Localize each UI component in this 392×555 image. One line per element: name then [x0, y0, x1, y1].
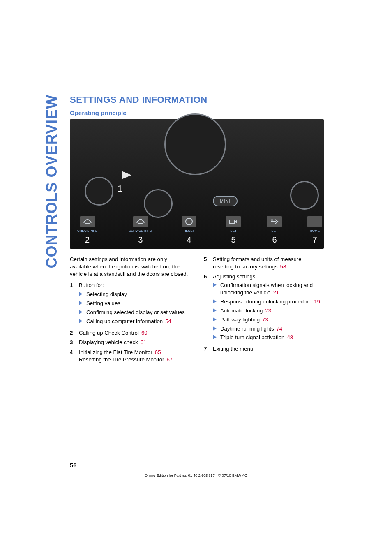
page-ref[interactable]: 19 — [314, 298, 320, 305]
list-item-3: 3 Displaying vehicle check61 — [70, 339, 190, 346]
bullet: Response during unlocking procedure19 — [213, 298, 324, 305]
page-ref[interactable]: 60 — [141, 330, 148, 336]
bullet: Calling up computer information54 — [79, 318, 190, 325]
icon-reset: RESET 4 — [182, 216, 196, 245]
content-area: Certain settings and information are onl… — [70, 256, 324, 366]
bullet: Daytime running lights74 — [213, 325, 324, 333]
footer-text: Online Edition for Part no. 01 40 2 605 … — [0, 474, 392, 478]
page-ref[interactable]: 67 — [166, 356, 173, 363]
right-column: 5 Setting formats and units of measure, … — [204, 256, 324, 366]
pointer-number: 1 — [118, 183, 122, 194]
list-item-2: 2 Calling up Check Control60 — [70, 329, 190, 337]
icon-check-info: CHECK INFO 2 — [77, 216, 97, 245]
list-item-6: 6 Adjusting settings Confirmation signal… — [204, 273, 324, 343]
icon-home: HOME 7 — [307, 216, 322, 245]
list-item-7: 7 Exiting the menu — [204, 345, 324, 353]
left-column: Certain settings and information are onl… — [70, 256, 190, 366]
page-ref[interactable]: 21 — [273, 289, 279, 296]
icon-set-a: SET 5 — [226, 216, 241, 245]
sidebar-section-label: CONTROLS OVERVIEW — [43, 0, 60, 95]
page-ref[interactable]: 73 — [262, 317, 268, 323]
bullet: Confirmation signals when locking and un… — [213, 282, 324, 296]
bullet: Confirming selected display or set value… — [79, 309, 190, 316]
mini-badge: MINI — [213, 196, 238, 206]
page-ref[interactable]: 48 — [287, 334, 293, 340]
intro-paragraph: Certain settings and information are onl… — [70, 256, 190, 278]
list-item-4: 4 Initializing the Flat Tire Monitor65 R… — [70, 349, 190, 363]
page-ref[interactable]: 54 — [165, 318, 171, 324]
page-ref[interactable]: 23 — [265, 308, 271, 314]
page-ref[interactable]: 74 — [276, 326, 282, 332]
icon-service-info: SERVICE-INFO 3 — [129, 216, 152, 245]
svg-rect-0 — [139, 219, 142, 220]
page-ref[interactable]: 65 — [155, 349, 161, 355]
bullet: Triple turn signal activation48 — [213, 334, 324, 341]
section-heading: Operating principle — [70, 109, 127, 116]
bullet: Setting values — [79, 300, 190, 307]
list-item-5: 5 Setting formats and units of measure, … — [204, 256, 324, 271]
bullet: Automatic locking23 — [213, 307, 324, 314]
list-item-1: 1 Button for: Selecting display Setting … — [70, 282, 190, 326]
page-ref[interactable]: 58 — [280, 264, 286, 270]
svg-rect-3 — [230, 220, 235, 224]
svg-point-4 — [271, 219, 273, 221]
page-number: 56 — [70, 462, 77, 469]
bullet: Selecting display — [79, 291, 190, 298]
page-title: SETTINGS AND INFORMATION — [70, 95, 208, 105]
bullet: Pathway lighting73 — [213, 316, 324, 324]
dashboard-illustration: 1 MINI CHECK INFO 2 SERVICE-INFO 3 RESET… — [70, 119, 324, 249]
page-ref[interactable]: 61 — [141, 339, 147, 345]
icon-set-b: SET 6 — [267, 216, 282, 245]
pointer-arrow-icon — [122, 171, 131, 179]
